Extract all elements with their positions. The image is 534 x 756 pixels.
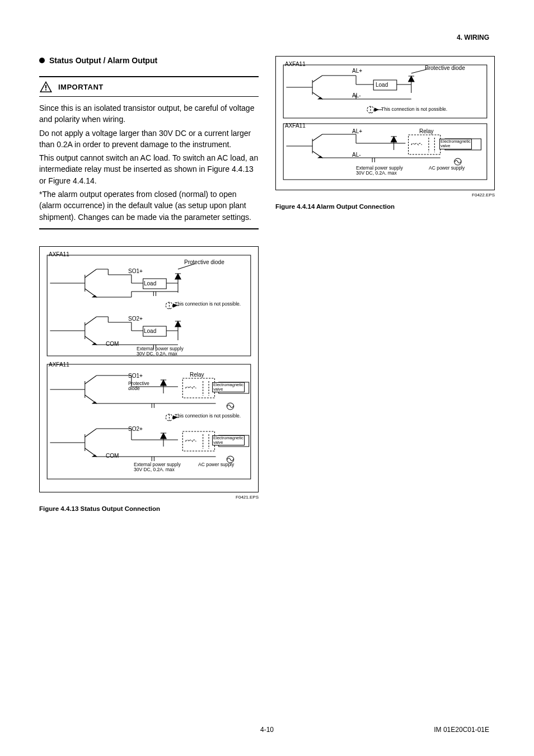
warning-icon bbox=[39, 81, 53, 93]
al-minus-2: AL- bbox=[352, 152, 361, 158]
para-2: Do not apply a voltage larger than 30V D… bbox=[39, 128, 259, 151]
svg-line-74 bbox=[85, 429, 97, 437]
so2-label-b: SO2+ bbox=[128, 426, 143, 432]
axfa-label-1: AXFA11 bbox=[49, 251, 69, 257]
svg-rect-124 bbox=[409, 135, 441, 154]
rule bbox=[39, 228, 259, 229]
svg-marker-58 bbox=[161, 380, 166, 386]
svg-marker-96 bbox=[318, 97, 322, 99]
not-possible-2: This connection is not possible. bbox=[175, 414, 241, 419]
al-plus-2: AL+ bbox=[352, 128, 362, 134]
load-label-2: Load bbox=[144, 328, 156, 334]
svg-line-94 bbox=[312, 76, 322, 82]
para-3: This output cannot switch an AC load. To… bbox=[39, 152, 259, 186]
relay-label-2: Relay bbox=[419, 128, 434, 134]
ac-supply-2: AC power supply bbox=[429, 166, 465, 171]
fig13-caption: Figure 4.4.13 Status Output Connection bbox=[39, 505, 259, 512]
svg-marker-117 bbox=[318, 156, 322, 158]
al-minus-1: AL- bbox=[352, 92, 361, 98]
figure-14-frame: AXFA11 AL+ Load Protective diode AL- Thi… bbox=[275, 56, 495, 190]
footer: 4-10 IM 01E20C01-01E bbox=[0, 726, 534, 734]
ext-supply-1: External power supply 30V DC, 0.2A. max bbox=[137, 346, 184, 357]
bullet-icon bbox=[39, 58, 45, 63]
doc-id: IM 01E20C01-01E bbox=[434, 726, 489, 734]
load-label-3: Load bbox=[376, 82, 388, 88]
fig14-eps: F0422.EPS bbox=[275, 192, 495, 198]
so1-label-b: SO1+ bbox=[128, 373, 143, 379]
com-label-2: COM bbox=[106, 453, 119, 459]
em-valve-2: Electromagnetic valve bbox=[212, 435, 245, 446]
ac-supply-1: AC power supply bbox=[198, 462, 234, 467]
so1-label: SO1+ bbox=[128, 268, 143, 274]
svg-rect-3 bbox=[45, 90, 46, 91]
al-plus-1: AL+ bbox=[352, 68, 362, 74]
fig14-caption: Figure 4.4.14 Alarm Output Connection bbox=[275, 203, 495, 210]
svg-marker-103 bbox=[409, 76, 414, 82]
svg-marker-53 bbox=[92, 402, 96, 403]
figure-14-diagram: AXFA11 AL+ Load Protective diode AL- Thi… bbox=[280, 62, 490, 185]
para-1: Since this is an isolated transistor out… bbox=[39, 102, 259, 125]
svg-marker-9 bbox=[92, 295, 96, 297]
axfa-label-2: AXFA11 bbox=[49, 361, 69, 368]
figure-13-frame: AXFA11 SO1+ Load Protective diode This c… bbox=[39, 246, 259, 492]
section-heading: Status Output / Alarm Output bbox=[39, 56, 259, 65]
important-box: IMPORTANT bbox=[39, 76, 259, 97]
header-section: 4. WIRING bbox=[457, 34, 489, 41]
figure-13-svg bbox=[44, 252, 254, 487]
svg-marker-122 bbox=[391, 137, 396, 142]
com-label-1: COM bbox=[106, 341, 119, 347]
prot-diode-3: Protective diode bbox=[425, 65, 465, 71]
right-column: AXFA11 AL+ Load Protective diode AL- Thi… bbox=[275, 56, 495, 523]
svg-line-32 bbox=[85, 317, 97, 325]
ext-supply-3: External power supply 30V DC, 0.2A. max bbox=[356, 166, 403, 176]
svg-marker-76 bbox=[92, 455, 96, 457]
svg-line-7 bbox=[85, 269, 97, 278]
svg-rect-83 bbox=[182, 431, 214, 451]
figure-13-diagram: AXFA11 SO1+ Load Protective diode This c… bbox=[44, 252, 254, 487]
svg-marker-18 bbox=[175, 274, 181, 279]
prot-diode-2: Protective diode bbox=[128, 381, 149, 392]
page-number: 4-10 bbox=[260, 726, 274, 734]
so2-label: SO2+ bbox=[128, 316, 143, 322]
svg-marker-111 bbox=[374, 108, 378, 111]
prot-diode-label-1: Protective diode bbox=[184, 259, 224, 265]
svg-rect-60 bbox=[182, 378, 214, 398]
section-title: Status Output / Alarm Output bbox=[49, 56, 157, 65]
axfa-label-3: AXFA11 bbox=[285, 61, 306, 67]
axfa-label-4: AXFA11 bbox=[285, 123, 306, 129]
fig13-eps: F0421.EPS bbox=[39, 495, 259, 500]
relay-label-1: Relay bbox=[190, 372, 204, 378]
svg-rect-2 bbox=[45, 85, 46, 88]
em-valve-1: Electromagnetic valve bbox=[212, 382, 245, 393]
svg-marker-81 bbox=[161, 433, 166, 439]
ext-supply-2: External power supply 30V DC, 0.2A. max bbox=[134, 462, 181, 473]
svg-line-115 bbox=[312, 134, 322, 141]
left-column: Status Output / Alarm Output IMPORTANT S… bbox=[39, 56, 259, 523]
svg-line-51 bbox=[85, 375, 97, 384]
para-4: *The alarm output operates from closed (… bbox=[39, 189, 259, 223]
important-label: IMPORTANT bbox=[58, 83, 104, 91]
em-valve-3: Electromagnetic valve bbox=[439, 139, 472, 149]
not-possible-3: This connection is not possible. bbox=[381, 107, 447, 112]
svg-marker-43 bbox=[175, 321, 181, 327]
svg-marker-34 bbox=[92, 343, 96, 345]
load-label-1: Load bbox=[144, 280, 156, 287]
not-possible-1: This connection is not possible. bbox=[175, 302, 241, 307]
